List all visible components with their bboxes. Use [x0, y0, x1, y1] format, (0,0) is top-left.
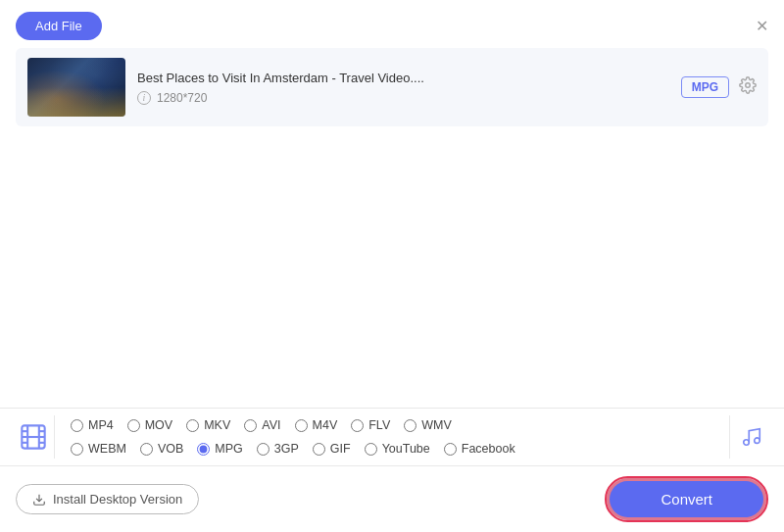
settings-button[interactable]: [739, 76, 757, 99]
format-option-m4v[interactable]: M4V: [295, 414, 338, 436]
info-icon: i: [137, 91, 151, 105]
file-info: Best Places to Visit In Amsterdam - Trav…: [137, 71, 669, 105]
format-option-mp4[interactable]: MP4: [71, 414, 114, 436]
format-option-mkv[interactable]: MKV: [186, 414, 230, 436]
top-bar: Add File ✕: [0, 0, 784, 48]
file-thumbnail: [27, 58, 125, 117]
format-option-mpg[interactable]: MPG: [197, 438, 242, 459]
content-area: [0, 126, 784, 322]
format-option-youtube[interactable]: YouTube: [365, 438, 430, 459]
music-format-button[interactable]: [729, 415, 772, 459]
close-button[interactable]: ✕: [756, 19, 768, 34]
install-desktop-label: Install Desktop Version: [53, 492, 182, 507]
svg-point-10: [754, 438, 760, 444]
format-option-webm[interactable]: WEBM: [71, 438, 126, 459]
format-badge[interactable]: MPG: [681, 76, 729, 98]
file-title: Best Places to Visit In Amsterdam - Trav…: [137, 71, 669, 85]
gear-icon: [739, 76, 757, 94]
format-section: MP4 MOV MKV AVI M4V FLV WM: [0, 409, 784, 466]
format-option-mov[interactable]: MOV: [127, 414, 172, 436]
video-format-icon[interactable]: [12, 415, 55, 459]
music-icon: [741, 426, 762, 448]
format-option-gif[interactable]: GIF: [313, 438, 351, 459]
svg-point-0: [746, 82, 751, 87]
film-icon: [20, 423, 47, 451]
action-row: Install Desktop Version Convert: [0, 466, 784, 532]
install-desktop-button[interactable]: Install Desktop Version: [16, 484, 199, 514]
file-meta: i 1280*720: [137, 91, 669, 105]
format-option-wmv[interactable]: WMV: [404, 414, 452, 436]
download-icon: [32, 493, 46, 507]
file-list: Best Places to Visit In Amsterdam - Trav…: [0, 48, 784, 126]
file-item: Best Places to Visit In Amsterdam - Trav…: [16, 48, 768, 126]
format-option-3gp[interactable]: 3GP: [257, 438, 299, 459]
add-file-button[interactable]: Add File: [16, 12, 102, 40]
format-option-facebook[interactable]: Facebook: [444, 438, 515, 459]
format-grid: MP4 MOV MKV AVI M4V FLV WM: [71, 409, 729, 465]
svg-point-9: [743, 440, 749, 446]
format-option-vob[interactable]: VOB: [140, 438, 183, 459]
file-resolution: 1280*720: [157, 91, 207, 105]
bottom-bar: MP4 MOV MKV AVI M4V FLV WM: [0, 408, 784, 532]
file-actions: MPG: [681, 76, 757, 99]
convert-button-wrapper: Convert: [605, 476, 768, 522]
format-option-avi[interactable]: AVI: [244, 414, 280, 436]
convert-button[interactable]: Convert: [610, 481, 763, 517]
format-option-flv[interactable]: FLV: [351, 414, 390, 436]
